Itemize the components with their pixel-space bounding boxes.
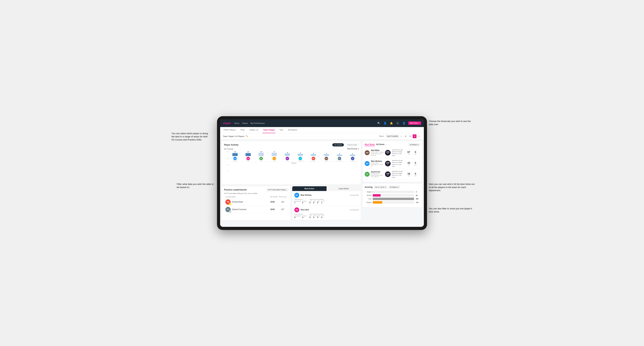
team-header: Team Clippd | 14 Players ✏️ Show: Last 3…: [220, 133, 424, 140]
practice-drills-toggle[interactable]: Practice Drills: [345, 143, 359, 147]
scoring-filter2-label: All Players: [390, 186, 397, 188]
apc-stat-practice-0: Total Practice Activities GTT 0 APP 0 AR…: [310, 199, 324, 204]
sub-nav-pgat-players[interactable]: PGAT Players: [223, 127, 236, 133]
leaderboard-row-0: RB 1 Richard Butler 19/20 110: [224, 198, 288, 206]
scoring-bar-track-0: [373, 191, 414, 193]
shot-stat1-1: 43 yds: [406, 162, 412, 166]
scoring-bar-label-1: Birdies: [365, 194, 372, 196]
shot-player-name-1: Blair McHarg: [371, 160, 384, 162]
bar-x-label: R. Butler: [311, 161, 315, 161]
add-icon[interactable]: ➕: [396, 121, 400, 125]
scoring-bar-row-1: Birdies 96: [365, 194, 420, 197]
player-avatar-7: MM: [324, 157, 328, 160]
shot-row-2[interactable]: DF David Ford 24 Aug 2023 · Royal North …: [365, 169, 420, 180]
player-activity-header: Player Activity On Course Practice Drill…: [224, 143, 359, 147]
nav-link-home[interactable]: Home: [234, 122, 239, 125]
apc-name-0: Blair McHarg: [301, 194, 348, 196]
scoring-filter1[interactable]: Par 3, 4 & 5s ▾: [374, 186, 387, 188]
bottom-row: Practice Leaderboards PUTT Must Make Put…: [222, 186, 361, 220]
lb-score-0: 19/20: [268, 201, 277, 203]
bar-fill: [272, 153, 277, 156]
scoring-bar-row-3: Bogeys 114: [365, 201, 420, 204]
apc-date-0: 26 Aug 2023: [350, 194, 359, 196]
tab-all-shots[interactable]: All Shots: [376, 143, 384, 146]
shots-filter-label: All Players: [410, 144, 417, 146]
sub-nav-all-players[interactable]: All Players: [288, 127, 298, 133]
lb-name-0: Richard Butler: [232, 201, 267, 203]
shot-stat2-2: 0 yds: [413, 172, 418, 176]
bar-group-2: 10DFD. Ford: [255, 151, 268, 161]
bar-group-3: 9JCJ. Coles: [268, 151, 280, 161]
apc-stat-practice-1: Total Practice Activities GTT 0 APP 0 AR…: [310, 213, 324, 218]
most-active-player-1: RB Rees Britt 02 Sep 2023 Total Rounds T…: [292, 206, 361, 220]
shot-player-name-2: David Ford: [371, 171, 384, 173]
bar-x-label: E. Ebert: [286, 161, 289, 161]
shot-stat1-2: 16 yds: [406, 172, 412, 176]
view-grid-list-icon[interactable]: ⊞: [404, 134, 408, 138]
view-filter-icon[interactable]: ≡: [417, 134, 421, 138]
user-avatar-icon[interactable]: 👤: [402, 121, 406, 125]
show-label: Show:: [379, 135, 384, 137]
sub-nav-pga[interactable]: PGA: [240, 127, 245, 133]
leaderboard-rows: RB 1 Richard Butler 19/20 110 EC 2 Edwar…: [224, 198, 288, 213]
scoring-chevron-icon: ▾: [385, 186, 386, 188]
apc-header-0: BM Blair McHarg 26 Aug 2023: [294, 193, 359, 198]
notification-icon[interactable]: 🔔: [390, 121, 394, 125]
shot-row-1[interactable]: BM Blair McHarg 23 Jul 2023 · Ashridge G…: [365, 158, 420, 169]
bar-x-label: M. Miller: [324, 161, 328, 161]
profile-icon[interactable]: 👤: [383, 121, 387, 125]
shots-filter[interactable]: All Players ▾: [408, 143, 420, 146]
bar-value-label: 3: [313, 153, 314, 154]
shot-chevron-icon-0: ›: [419, 152, 420, 154]
nav-link-teams[interactable]: Teams: [242, 122, 248, 125]
scoring-title: Scoring: [365, 186, 372, 188]
shot-detail-2: Shot Dist: 16 ydsStart Lie: RoughEnd Lie…: [392, 170, 404, 178]
shot-detail-1: Shot Dist: 43 ydsStart Lie: RoughEnd Lie…: [392, 160, 404, 168]
show-select[interactable]: Last 3 months: [386, 135, 399, 138]
player-avatar-5: OB: [298, 157, 302, 160]
tab-least-active[interactable]: Least Active: [326, 186, 361, 191]
bar-blue-line: [285, 154, 290, 154]
nav-link-my-performance[interactable]: My Performance: [250, 122, 265, 125]
scoring-bar-row-0: Eagles 3: [365, 191, 420, 193]
bar-blue-line: [246, 153, 251, 153]
shot-badge-1: 200 SG: [385, 161, 390, 166]
search-icon[interactable]: 🔍: [377, 121, 381, 125]
sub-nav-tour[interactable]: Tour: [279, 127, 284, 133]
lb-avg-0: 110: [278, 201, 287, 203]
scoring-filter2[interactable]: All Players ▾: [388, 186, 400, 188]
leaderboard-filter[interactable]: PUTT Must Make Putting ...: [267, 188, 288, 191]
apc-stats-row-1: Total Rounds Tournament 8 Practice 4 Tot…: [294, 213, 359, 218]
annotation-left-top: You can select which player is doing the…: [172, 132, 210, 142]
player-avatar-1: BB: [246, 157, 250, 160]
tab-most-active[interactable]: Most Active: [292, 186, 326, 191]
sub-nav-hcaps[interactable]: Hcaps 1-5: [249, 127, 259, 133]
scoring-bar-label-2: Pars: [365, 198, 372, 200]
on-course-toggle[interactable]: On Course: [332, 143, 344, 147]
view-grid-icon[interactable]: ⊟: [408, 134, 412, 138]
chart-filter-dropdown[interactable]: Total Rounds ▾: [347, 148, 359, 150]
bar-fill: [311, 155, 316, 156]
player-avatar-6: RB: [312, 157, 315, 160]
nav-links: Home Teams My Performance: [234, 122, 373, 125]
bar-x-label: E. Crossman: [336, 161, 343, 161]
sub-nav-team-clippd[interactable]: Team Clippd: [262, 127, 275, 133]
scoring-bar-fill-1: [373, 194, 380, 197]
bar-group-7: 3MMM. Miller: [320, 151, 333, 161]
apc-date-1: 02 Sep 2023: [350, 209, 359, 211]
team-title: Team Clippd | 14 Players: [223, 135, 244, 137]
bar-value-label: 10: [260, 151, 262, 153]
edit-icon[interactable]: ✏️: [246, 135, 248, 137]
tab-best-shots[interactable]: Best Shots: [365, 143, 375, 146]
shot-row-0[interactable]: MM Matt Miller 09 Jun 2023 · Royal North…: [365, 148, 420, 158]
shot-player-meta-0: 09 Jun 2023 · Royal North Devon GC, Hole…: [371, 151, 384, 156]
add-team-button[interactable]: Add Team +: [408, 121, 421, 125]
view-heart-icon[interactable]: ♥: [413, 134, 416, 138]
bar-fill: [232, 153, 238, 156]
bar-group-0: 13BMB. McHarg: [229, 151, 241, 161]
bar-fill: [337, 155, 342, 156]
scoring-bar-fill-2: [373, 198, 414, 200]
view-icons: ⊞ ⊟ ♥ ≡: [404, 134, 421, 138]
scoring-bar-row-2: Pars 499: [365, 198, 420, 200]
annotation-right-bottom: You can also filter to show just one pla…: [429, 207, 476, 213]
